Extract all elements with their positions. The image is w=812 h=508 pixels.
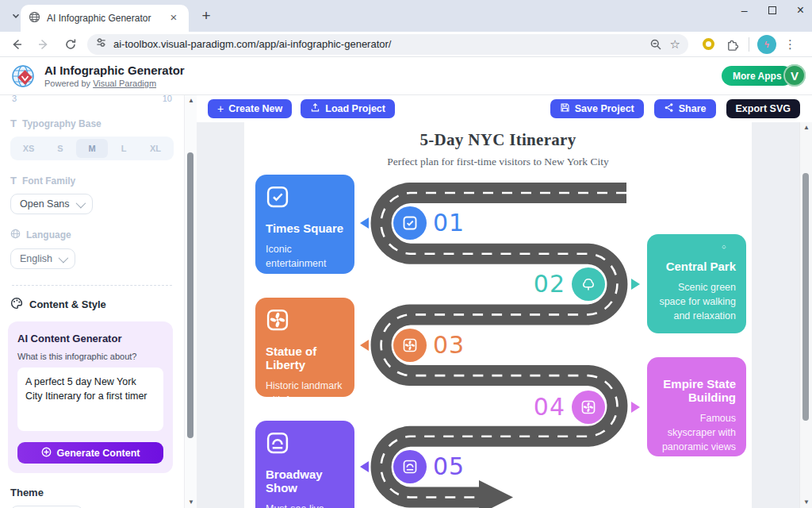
tree-icon [712, 244, 736, 250]
step-number: 03 [433, 332, 465, 359]
font-family-select[interactable]: Open Sans [10, 194, 93, 214]
chevron-down-icon [75, 198, 86, 208]
card-statue-of-liberty[interactable]: Statue of Liberty Historic landmark with… [255, 298, 354, 397]
site-settings-icon[interactable] [95, 37, 107, 52]
check-square-icon [402, 215, 418, 231]
font-family-label: T Font Family [10, 175, 174, 187]
size-option-l[interactable]: L [108, 139, 140, 158]
card-description: Scenic green space for walking and relax… [657, 280, 736, 323]
generate-content-button[interactable]: Generate Content [17, 442, 163, 464]
browser-menu-icon[interactable]: ⋮ [784, 37, 796, 52]
extensions-puzzle-icon[interactable] [726, 37, 739, 51]
card-title: Empire State Building [657, 377, 736, 404]
back-icon[interactable] [6, 34, 27, 55]
fan-icon [580, 399, 596, 415]
upload-icon [310, 102, 320, 115]
font-icon: T [10, 175, 17, 187]
save-project-button[interactable]: Save Project [550, 99, 644, 118]
ai-panel-question: What is this infographic about? [17, 352, 163, 361]
browser-profile-avatar[interactable]: ϟ [757, 35, 776, 54]
maximize-icon[interactable] [768, 6, 776, 14]
language-label: Language [10, 229, 174, 241]
palette-icon [10, 297, 23, 312]
bookmark-star-icon[interactable]: ☆ [670, 37, 680, 52]
size-option-xs[interactable]: XS [13, 139, 44, 158]
reload-icon[interactable] [60, 34, 81, 55]
scroll-down-icon[interactable]: ▼ [185, 497, 197, 508]
road-marker-5 [393, 450, 427, 483]
visual-paradigm-link[interactable]: Visual Paradigm [93, 79, 156, 88]
url-text[interactable]: ai-toolbox.visual-paradigm.com/app/ai-in… [113, 38, 642, 50]
tab-close-icon[interactable]: × [167, 11, 181, 25]
card-title: Broadway Show [266, 468, 344, 495]
content-style-header: Content & Style [10, 297, 174, 312]
step-number: 02 [518, 271, 565, 298]
export-svg-button[interactable]: Export SVG [726, 99, 800, 118]
ai-panel-title: AI Content Generator [17, 333, 163, 344]
user-avatar[interactable]: V [783, 64, 806, 87]
divider [12, 285, 172, 286]
card-times-square[interactable]: Times Square Iconic entertainment hub wi… [255, 175, 354, 274]
tree-icon [580, 276, 596, 292]
card-description: Must-see live theater experience [266, 502, 344, 508]
road-marker-3 [393, 329, 427, 362]
size-option-m[interactable]: M [76, 139, 108, 158]
generate-icon [41, 447, 52, 460]
extension-badge-icon[interactable] [703, 38, 714, 50]
language-select[interactable]: English [10, 248, 75, 269]
pointer-arrow-icon [360, 217, 369, 229]
card-broadway-show[interactable]: Broadway Show Must-see live theater expe… [255, 421, 354, 508]
settings-sidebar: 3 10 T Typography Base XS S M L XL T Fon… [0, 95, 184, 508]
typography-base-label: T Typography Base [10, 117, 174, 129]
powered-by: Powered by Visual Paradigm [44, 79, 156, 88]
step-number: 01 [433, 210, 465, 237]
card-title: Times Square [266, 221, 344, 235]
favicon-globe-icon [29, 11, 40, 26]
ai-content-generator-panel: AI Content Generator What is this infogr… [8, 321, 173, 473]
browser-tab[interactable]: AI Infographic Generator × [21, 5, 189, 32]
check-square-icon [266, 185, 289, 209]
size-option-xl[interactable]: XL [140, 139, 171, 158]
road-marker-2 [572, 267, 605, 301]
forward-icon[interactable] [33, 34, 54, 55]
browser-toolbar: ai-toolbox.visual-paradigm.com/app/ai-in… [0, 32, 812, 57]
browser-window: AI Infographic Generator × + – × ai-tool… [0, 0, 812, 508]
sidebar-scrollbar-thumb[interactable] [187, 152, 193, 438]
scroll-up-icon[interactable]: ▲ [185, 95, 197, 106]
infographic-sheet[interactable]: 5-Day NYC Itinerary Perfect plan for fir… [244, 122, 752, 508]
create-new-button[interactable]: + Create New [208, 99, 292, 118]
pointer-arrow-icon [360, 461, 369, 472]
new-tab-button[interactable]: + [197, 7, 216, 26]
card-title: Central Park [666, 260, 736, 273]
zoom-out-icon[interactable] [649, 38, 662, 51]
load-project-button[interactable]: Load Project [301, 99, 395, 118]
minimize-icon[interactable]: – [741, 5, 748, 16]
app-title: AI Infographic Generator [44, 64, 185, 77]
window-controls: – × [741, 5, 804, 16]
typography-size-segmented: XS S M L XL [10, 137, 174, 160]
toolbar-divider [749, 37, 749, 52]
size-option-s[interactable]: S [44, 139, 76, 158]
scroll-down-icon[interactable]: ▼ [800, 497, 812, 508]
card-description: Iconic entertainment hub with bright lig… [266, 242, 344, 300]
share-button[interactable]: Share [654, 99, 716, 118]
card-description: Historic landmark with ferry access [266, 379, 344, 407]
ai-prompt-input[interactable]: A perfect 5 day New York City Itinerary … [17, 368, 163, 431]
card-central-park[interactable]: Central Park Scenic green space for walk… [647, 234, 746, 333]
pointer-arrow-icon [631, 279, 640, 290]
tab-strip: AI Infographic Generator × + – × [0, 0, 812, 32]
window-close-icon[interactable]: × [797, 5, 804, 16]
fan-icon [266, 308, 289, 332]
step-number: 04 [518, 394, 565, 421]
address-bar[interactable]: ai-toolbox.visual-paradigm.com/app/ai-in… [87, 34, 688, 55]
road-marker-1 [393, 206, 427, 240]
theater-icon [402, 459, 418, 475]
slider-range-labels: 3 10 [10, 95, 174, 103]
save-icon [560, 102, 570, 115]
canvas-scrollbar-thumb[interactable] [802, 173, 809, 421]
fan-icon [402, 337, 418, 353]
card-empire-state-building[interactable]: Empire State Building Famous skyscraper … [647, 357, 746, 456]
scroll-up-icon[interactable]: ▲ [800, 122, 812, 133]
chevron-down-icon [59, 252, 69, 263]
more-apps-button[interactable]: More Apps [722, 66, 793, 86]
